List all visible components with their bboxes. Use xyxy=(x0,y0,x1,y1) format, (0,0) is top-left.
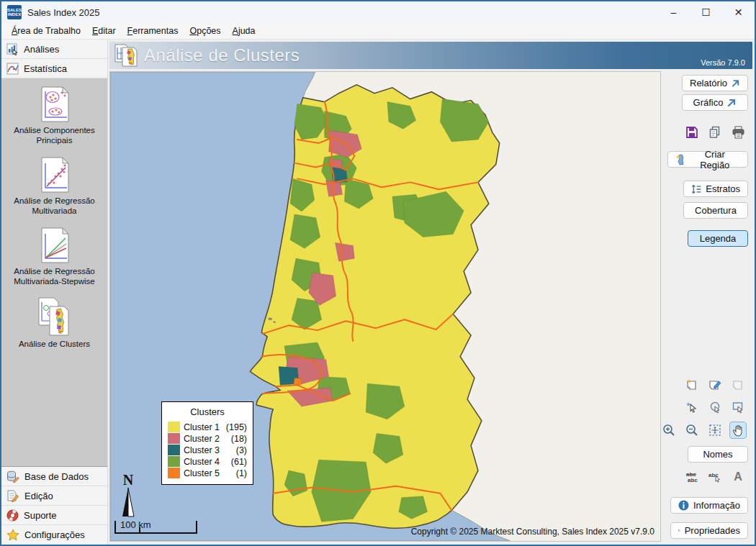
font-letter-icon: A xyxy=(734,470,742,483)
sidebar-item-label: Configurações xyxy=(24,529,85,540)
chart-label: Gráfico xyxy=(693,97,724,108)
analysis-item-label: Análise de Regressão Multivariada-Stepwi… xyxy=(4,266,105,287)
blank-page-button[interactable] xyxy=(729,376,747,393)
analysis-item-clusters[interactable]: Análise de Clusters xyxy=(4,296,105,349)
rectangle-select-icon xyxy=(732,401,744,414)
regression-icon xyxy=(38,156,71,194)
legend-count: (61) xyxy=(231,457,247,467)
strata-button[interactable]: Estratos xyxy=(683,181,748,197)
legend-row: Cluster 3 (3) xyxy=(168,445,247,455)
cluster4-swatch xyxy=(168,456,180,467)
zoom-out-icon xyxy=(685,424,698,437)
north-label: N xyxy=(119,473,138,486)
cluster3-swatch xyxy=(168,445,180,455)
menu-editar[interactable]: Editar xyxy=(86,24,122,37)
save-icon xyxy=(685,126,698,139)
cluster1-swatch xyxy=(168,422,180,432)
print-button[interactable] xyxy=(729,124,747,141)
select-rectangle-button[interactable] xyxy=(729,399,747,416)
hand-icon xyxy=(732,424,744,437)
clusters-icon xyxy=(37,296,73,337)
menu-opcoes[interactable]: Opções xyxy=(184,24,226,37)
menu-ferramentas[interactable]: Ferramentas xyxy=(122,24,184,37)
coverage-button[interactable]: Cobertura xyxy=(683,202,748,219)
sidebar-item-edicao[interactable]: Edição xyxy=(1,486,107,506)
close-button[interactable]: ✕ xyxy=(722,1,755,23)
save-button[interactable] xyxy=(683,124,701,141)
north-arrow: N xyxy=(119,473,138,521)
zoom-out-button[interactable] xyxy=(683,422,701,439)
maximize-button[interactable]: ☐ xyxy=(690,1,722,23)
page-header: Análise de Clusters Versão 7.9.0 xyxy=(109,42,752,69)
legend-count: (18) xyxy=(231,434,247,444)
names-label: Nomes xyxy=(703,449,732,460)
edit-document-icon xyxy=(6,490,19,502)
label-select-button[interactable]: abc xyxy=(706,468,724,486)
north-arrow-icon xyxy=(121,486,135,518)
title-bar: SALES INDEX Sales Index 2025 – ☐ ✕ xyxy=(1,1,755,23)
analysis-item-pca[interactable]: Análise Componentes Principais xyxy=(4,86,105,146)
legend-button[interactable]: Legenda xyxy=(688,230,748,247)
zoom-extent-button[interactable] xyxy=(706,422,724,439)
new-map-button[interactable] xyxy=(683,376,701,393)
analysis-item-stepwise[interactable]: Análise de Regressão Multivariada-Stepwi… xyxy=(4,227,105,287)
external-arrow-icon xyxy=(732,78,740,88)
right-toolbar: Relatório Gráfico xyxy=(661,71,752,542)
properties-button[interactable]: Propriedades xyxy=(670,522,748,539)
names-button[interactable]: Nomes xyxy=(688,446,748,463)
app-window: SALES INDEX Sales Index 2025 – ☐ ✕ Área … xyxy=(0,0,756,546)
select-circle-button[interactable] xyxy=(706,399,724,416)
font-button[interactable]: A xyxy=(729,468,747,486)
report-button[interactable]: Relatório xyxy=(682,75,748,91)
sidebar-item-label: Estatística xyxy=(24,63,67,74)
select-pointer-button[interactable] xyxy=(683,399,701,416)
scale-bar: 100 km xyxy=(114,521,197,534)
menu-area-de-trabalho[interactable]: Área de Trabalho xyxy=(6,24,86,37)
abc-pointer-icon: abc xyxy=(708,470,722,483)
sidebar-item-base-de-dados[interactable]: Base de Dados xyxy=(1,467,107,486)
zoom-in-icon xyxy=(662,424,675,437)
report-label: Relatório xyxy=(690,78,727,88)
legend-count: (3) xyxy=(236,445,247,455)
legend-row: Cluster 5 (1) xyxy=(168,468,247,478)
copy-button[interactable] xyxy=(706,124,724,141)
minimize-button[interactable]: – xyxy=(657,1,690,23)
create-region-label: Criar Região xyxy=(690,149,740,170)
database-icon xyxy=(6,470,19,483)
pointer-sparkle-icon xyxy=(686,401,698,414)
copy-icon xyxy=(708,126,721,139)
page-title: Análise de Clusters xyxy=(144,45,300,65)
sidebar-item-suporte[interactable]: Suporte xyxy=(1,506,107,525)
legend-row: Cluster 4 (61) xyxy=(168,456,247,467)
create-region-button[interactable]: Criar Região xyxy=(667,151,748,168)
menu-ajuda[interactable]: Ajuda xyxy=(227,24,261,37)
circle-select-icon xyxy=(709,401,721,414)
info-label: Informação xyxy=(693,500,740,511)
scatter-curve-icon xyxy=(6,63,19,75)
sidebar-item-configuracoes[interactable]: Configurações xyxy=(1,525,107,545)
map-legend[interactable]: Clusters Cluster 1 (195) Cluster 2 (18) xyxy=(161,401,253,485)
star-icon xyxy=(6,529,19,541)
print-icon xyxy=(732,126,745,139)
legend-row: Cluster 2 (18) xyxy=(168,433,247,444)
cluster5-swatch xyxy=(168,468,180,478)
pan-button[interactable] xyxy=(729,422,747,439)
info-button[interactable]: Informação xyxy=(670,497,748,514)
legend-count: (1) xyxy=(236,468,247,478)
sidebar-item-label: Base de Dados xyxy=(24,471,89,482)
label-style-button[interactable]: abc abc xyxy=(683,468,701,486)
app-logo-line2: INDEX xyxy=(8,12,21,17)
chart-button[interactable]: Gráfico xyxy=(682,94,748,111)
region-icon xyxy=(675,154,685,165)
zoom-in-button[interactable] xyxy=(660,422,678,439)
legend-row: Cluster 1 (195) xyxy=(168,422,247,432)
svg-text:abc: abc xyxy=(688,477,698,483)
analysis-item-label: Análise de Regressão Multivariada xyxy=(4,196,105,217)
map-canvas[interactable]: Clusters Cluster 1 (195) Cluster 2 (18) xyxy=(109,71,661,542)
sidebar-item-estatistica[interactable]: Estatística xyxy=(1,59,107,78)
edit-map-button[interactable] xyxy=(706,376,724,393)
legend-button-label: Legenda xyxy=(700,233,737,244)
page-icon xyxy=(732,378,745,391)
analysis-item-regressao[interactable]: Análise de Regressão Multivariada xyxy=(4,156,105,217)
sidebar-item-analises[interactable]: Análises xyxy=(1,40,107,59)
